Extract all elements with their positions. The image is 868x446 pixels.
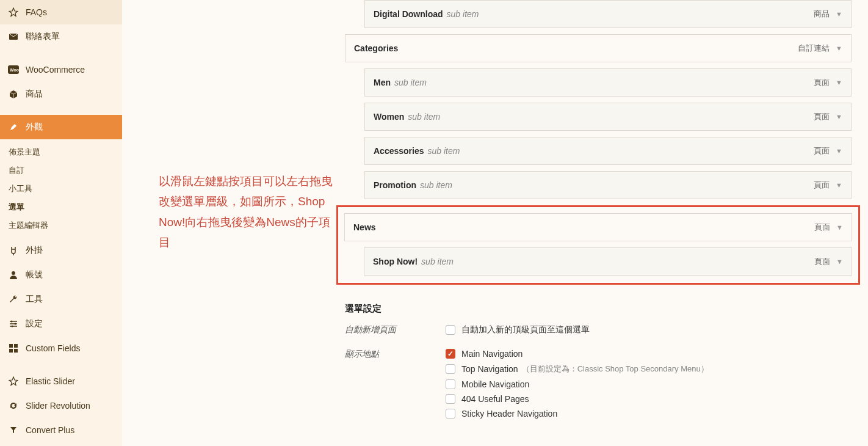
menu-item-subtext: sub item — [420, 180, 452, 190]
svg-rect-7 — [9, 344, 13, 348]
auto-add-label: 自動新增頁面 — [345, 324, 446, 340]
svg-point-5 — [15, 323, 16, 325]
location-checkbox[interactable] — [446, 379, 455, 389]
svg-rect-9 — [9, 349, 13, 353]
chevron-down-icon[interactable]: ▼ — [836, 224, 843, 231]
box-icon — [7, 88, 20, 100]
chevron-down-icon[interactable]: ▼ — [836, 10, 842, 18]
menu-item-title: Digital Download — [374, 9, 443, 19]
pin-icon — [7, 6, 20, 18]
sidebar-item-faqs[interactable]: FAQs — [0, 0, 122, 24]
submenu-themes[interactable]: 佈景主題 — [0, 143, 122, 161]
menu-item-box[interactable]: Categories自訂連結▼ — [345, 34, 852, 62]
grid-icon — [7, 342, 20, 354]
wrench-icon — [7, 293, 20, 305]
menu-item-title: News — [353, 222, 376, 232]
sidebar-label: 帳號 — [26, 269, 43, 280]
pin-icon — [7, 375, 20, 387]
menu-item-box[interactable]: Shop Now!sub item頁面▼ — [364, 247, 852, 276]
menu-item-type: 頁面 — [814, 111, 830, 122]
sidebar-label: 工具 — [26, 294, 43, 305]
sidebar-item-appearance[interactable]: 外觀 — [0, 115, 122, 139]
svg-rect-8 — [14, 344, 18, 348]
menu-item-subtext: sub item — [408, 112, 440, 122]
submenu-editor[interactable]: 主題編輯器 — [0, 216, 122, 235]
sidebar-submenu: 佈景主題 自訂 小工具 選單 主題編輯器 — [0, 139, 122, 238]
menu-item-type: 自訂連結 — [798, 43, 830, 54]
submenu-customize[interactable]: 自訂 — [0, 161, 122, 180]
location-note: （目前設定為：Classic Shop Top Secondary Menu） — [522, 364, 709, 375]
sidebar-item-elastic-slider[interactable]: Elastic Slider — [0, 369, 122, 393]
location-label: Main Navigation — [461, 349, 523, 359]
menu-structure-panel: Digital Downloadsub item商品▼Categories自訂連… — [345, 0, 852, 432]
menu-item-subtext: sub item — [421, 257, 454, 266]
location-checkbox[interactable] — [446, 394, 455, 404]
admin-sidebar: FAQs 聯絡表單 Woo WooCommerce 商品 外觀 佈景主題 自訂 … — [0, 0, 122, 446]
location-label: Mobile Navigation — [461, 379, 529, 389]
menu-item-box[interactable]: Promotionsub item頁面▼ — [364, 171, 852, 199]
svg-text:Woo: Woo — [10, 68, 19, 72]
sidebar-item-contact[interactable]: 聯絡表單 — [0, 24, 122, 49]
menu-item-title: Promotion — [374, 180, 416, 190]
sidebar-label: Elastic Slider — [26, 376, 75, 386]
plug-icon — [7, 244, 20, 257]
menu-item-type: 頁面 — [814, 256, 830, 267]
menu-item-title: Men — [374, 78, 391, 87]
sidebar-item-products[interactable]: 商品 — [0, 82, 122, 106]
sidebar-item-tools[interactable]: 工具 — [0, 287, 122, 312]
woo-icon: Woo — [7, 64, 20, 76]
location-label: Top Navigation — [461, 364, 518, 374]
convert-icon — [7, 424, 20, 436]
menu-item-box[interactable]: Accessoriessub item頁面▼ — [364, 137, 852, 165]
sidebar-item-users[interactable]: 帳號 — [0, 263, 122, 287]
location-checkbox[interactable] — [446, 349, 455, 359]
menu-item-box[interactable]: Digital Downloadsub item商品▼ — [364, 0, 852, 28]
sidebar-item-custom-fields[interactable]: Custom Fields — [0, 336, 122, 360]
menu-item-type: 頁面 — [814, 222, 830, 233]
menu-item-title: Accessories — [374, 146, 424, 156]
refresh-icon — [7, 400, 20, 412]
annotation-text: 以滑鼠左鍵點按項目可以左右拖曳改變選單層級，如圖所示，Shop Now!向右拖曳… — [159, 171, 336, 252]
sidebar-collapse[interactable]: 摺疊選單 — [0, 442, 122, 446]
location-checkbox[interactable] — [446, 409, 455, 419]
sidebar-label: Slider Revolution — [26, 401, 90, 411]
submenu-widgets[interactable]: 小工具 — [0, 180, 122, 198]
svg-point-4 — [11, 321, 13, 323]
sidebar-item-settings[interactable]: 設定 — [0, 312, 122, 336]
sidebar-label: 商品 — [26, 89, 43, 100]
location-checkbox[interactable] — [446, 364, 455, 374]
menu-item-box[interactable]: News頁面▼ — [344, 213, 852, 241]
chevron-down-icon[interactable]: ▼ — [836, 147, 842, 155]
location-label: Sticky Header Navigation — [461, 409, 557, 419]
menu-item-box[interactable]: Womensub item頁面▼ — [364, 103, 852, 131]
submenu-menus[interactable]: 選單 — [0, 198, 122, 216]
chevron-down-icon[interactable]: ▼ — [836, 113, 842, 120]
auto-add-checkbox[interactable] — [446, 325, 455, 335]
display-location-label: 顯示地點 — [345, 349, 446, 423]
sidebar-label: 外觀 — [26, 122, 43, 133]
sidebar-item-woocommerce[interactable]: Woo WooCommerce — [0, 57, 122, 82]
sidebar-item-plugins[interactable]: 外掛 — [0, 238, 122, 263]
menu-item-box[interactable]: Mensub item頁面▼ — [364, 68, 852, 97]
mail-icon — [7, 31, 20, 43]
menu-item-type: 頁面 — [814, 77, 830, 88]
chevron-down-icon[interactable]: ▼ — [836, 45, 842, 52]
menu-item-title: Categories — [354, 43, 398, 53]
menu-item-title: Shop Now! — [373, 257, 418, 266]
menu-item-title: Women — [374, 112, 404, 122]
settings-heading: 選單設定 — [345, 303, 852, 315]
svg-rect-10 — [14, 349, 18, 353]
chevron-down-icon[interactable]: ▼ — [836, 181, 842, 189]
menu-item-type: 頁面 — [814, 145, 830, 156]
sidebar-item-convert-plus[interactable]: Convert Plus — [0, 418, 122, 442]
menu-item-subtext: sub item — [447, 9, 479, 19]
sidebar-label: 設定 — [26, 318, 43, 329]
chevron-down-icon[interactable]: ▼ — [836, 79, 842, 86]
menu-item-subtext: sub item — [394, 78, 427, 87]
sidebar-label: WooCommerce — [26, 65, 85, 75]
sidebar-label: 聯絡表單 — [26, 31, 60, 42]
sidebar-item-slider-revolution[interactable]: Slider Revolution — [0, 393, 122, 418]
sidebar-label: FAQs — [26, 7, 47, 17]
user-icon — [7, 269, 20, 281]
chevron-down-icon[interactable]: ▼ — [836, 258, 843, 265]
